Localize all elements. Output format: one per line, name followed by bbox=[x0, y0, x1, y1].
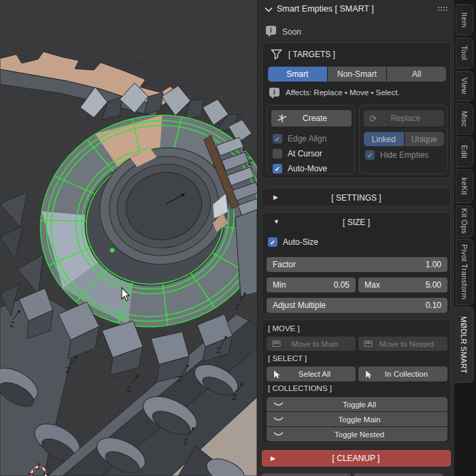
closed-eye-icon bbox=[273, 431, 284, 437]
tab-edit[interactable]: Edit bbox=[456, 137, 473, 167]
svg-text:Z: Z bbox=[232, 393, 237, 402]
checkbox-checked-icon: ✓ bbox=[273, 164, 282, 173]
viewport-3d[interactable]: Z Z Z Z Z Z Z Z Z bbox=[0, 0, 257, 476]
sidebar-tab-strip: Item Tool View Misc Edit keKit Kit Ops P… bbox=[454, 0, 476, 476]
svg-text:Z: Z bbox=[177, 375, 182, 384]
closed-eye-icon bbox=[273, 416, 284, 422]
replace-button[interactable]: ⟳ Replace bbox=[364, 110, 444, 126]
filter-icon bbox=[271, 49, 282, 60]
max-field[interactable]: Max 5.00 bbox=[358, 277, 447, 292]
at-cursor-checkbox[interactable]: At Cursor bbox=[273, 149, 322, 158]
info-icon: i bbox=[266, 26, 276, 35]
panel-title[interactable]: Smart Empties [ SMART ] bbox=[277, 4, 374, 14]
factor-value: 1.00 bbox=[426, 260, 441, 269]
tab-view[interactable]: View bbox=[456, 71, 473, 101]
tab-tool[interactable]: Tool bbox=[456, 37, 473, 69]
actions-box: [ MOVE ] Move to Main Move to Nested [ S… bbox=[262, 320, 451, 443]
play-icon: ▶ bbox=[271, 455, 275, 462]
partial-button-left[interactable] bbox=[262, 473, 351, 476]
in-collection-button[interactable]: In Collection bbox=[358, 367, 447, 381]
checkbox-checked-icon: ✓ bbox=[273, 134, 282, 143]
tab-pivot-transform[interactable]: Pivot Transform bbox=[456, 239, 473, 305]
partial-button-right[interactable] bbox=[354, 473, 443, 476]
toggle-all-button[interactable]: Toggle All bbox=[267, 397, 447, 411]
panel-grip-icon[interactable] bbox=[437, 6, 448, 12]
svg-text:Z: Z bbox=[10, 320, 15, 329]
auto-move-checkbox[interactable]: ✓ Auto-Move bbox=[273, 164, 327, 173]
tray-icon bbox=[364, 340, 373, 347]
adjust-multiple-value: 0.10 bbox=[426, 301, 441, 310]
toggle-nested-button[interactable]: Toggle Nested bbox=[267, 427, 447, 441]
soon-label: Soon bbox=[282, 27, 301, 37]
targets-filter-tabs: Smart Non-Smart All bbox=[268, 67, 446, 82]
svg-text:Z: Z bbox=[183, 437, 188, 446]
selected-vertex-dot bbox=[110, 248, 114, 252]
replace-group-box: ⟳ Replace Linked Unique ✓ Hide Empties bbox=[359, 105, 447, 174]
checkbox-empty-icon bbox=[273, 149, 282, 158]
affects-text: Affects: Replace • Move • Select. bbox=[286, 88, 400, 97]
move-to-nested-button[interactable]: Move to Nested bbox=[358, 337, 447, 351]
move-title: [ MOVE ] bbox=[268, 324, 300, 333]
edge-align-checkbox[interactable]: ✓ Edge Align bbox=[273, 134, 326, 143]
svg-text:Z: Z bbox=[65, 366, 71, 375]
gear-mesh[interactable] bbox=[0, 52, 257, 476]
svg-text:Z: Z bbox=[248, 158, 253, 167]
tab-misc[interactable]: Misc bbox=[456, 103, 473, 135]
linked-unique-toggle: Linked Unique bbox=[364, 132, 444, 146]
svg-text:Z: Z bbox=[235, 303, 240, 311]
toggle-main-button[interactable]: Toggle Main bbox=[267, 412, 447, 426]
cursor-icon bbox=[365, 370, 373, 379]
factor-slider[interactable]: Factor 1.00 bbox=[267, 257, 447, 272]
empty-axes-icon bbox=[277, 113, 288, 124]
select-title: [ SELECT ] bbox=[268, 354, 307, 362]
hide-empties-checkbox[interactable]: ✓ Hide Empties bbox=[365, 150, 428, 160]
adjust-multiple-field[interactable]: Adjust Multiple 0.10 bbox=[267, 298, 447, 313]
tab-item[interactable]: Item bbox=[456, 4, 473, 35]
tab-all[interactable]: All bbox=[387, 67, 446, 82]
cursor-icon bbox=[273, 370, 282, 379]
closed-eye-icon bbox=[273, 401, 284, 407]
settings-title: [ SETTINGS ] bbox=[262, 193, 450, 203]
tray-icon bbox=[272, 340, 281, 347]
checkbox-checked-icon: ✓ bbox=[365, 150, 375, 160]
collections-title: [ COLLECTIONS ] bbox=[268, 384, 332, 392]
tab-smart[interactable]: Smart bbox=[268, 67, 327, 82]
chevron-down-icon[interactable] bbox=[265, 6, 273, 13]
svg-text:Z: Z bbox=[126, 385, 132, 394]
info-icon: i bbox=[269, 88, 279, 97]
tab-kekit[interactable]: keKit bbox=[456, 169, 473, 203]
targets-box: [ TARGETS ] Smart Non-Smart All i Affect… bbox=[262, 42, 451, 178]
cleanup-button[interactable]: ▶ [ CLEANUP ] bbox=[262, 450, 451, 466]
linked-option[interactable]: Linked bbox=[364, 132, 404, 146]
size-title: [ SIZE ] bbox=[262, 218, 450, 227]
settings-panel-header[interactable]: ▶ [ SETTINGS ] bbox=[262, 188, 451, 207]
size-panel: ▼ [ SIZE ] ✓ Auto-Size Factor 1.00 Min 0… bbox=[262, 212, 451, 314]
viewport-canvas[interactable]: Z Z Z Z Z Z Z Z Z bbox=[0, 0, 257, 476]
create-button[interactable]: Create bbox=[271, 110, 352, 126]
unique-option[interactable]: Unique bbox=[405, 132, 445, 146]
tab-modlr-smart[interactable]: MØDLR SMART bbox=[454, 307, 474, 383]
checkbox-checked-icon: ✓ bbox=[268, 237, 277, 247]
min-field[interactable]: Min 0.05 bbox=[267, 277, 356, 292]
blender-window: Z Z Z Z Z Z Z Z Z bbox=[0, 0, 476, 476]
tab-kit-ops[interactable]: Kit Ops bbox=[456, 205, 473, 237]
create-group-box: Create ✓ Edge Align At Cursor ✓ Auto-Mov… bbox=[267, 105, 355, 174]
move-to-main-button[interactable]: Move to Main bbox=[267, 337, 356, 351]
refresh-icon: ⟳ bbox=[369, 114, 377, 124]
tab-non-smart[interactable]: Non-Smart bbox=[328, 67, 387, 82]
svg-text:Z: Z bbox=[216, 346, 222, 355]
sidebar-panel: Smart Empties [ SMART ] i Soon [ TARGETS… bbox=[257, 0, 454, 476]
min-value: 0.05 bbox=[334, 280, 350, 290]
select-all-button[interactable]: Select All bbox=[267, 367, 356, 381]
targets-title: [ TARGETS ] bbox=[288, 50, 335, 59]
max-value: 5.00 bbox=[426, 280, 441, 290]
auto-size-checkbox[interactable]: ✓ Auto-Size bbox=[268, 237, 318, 247]
